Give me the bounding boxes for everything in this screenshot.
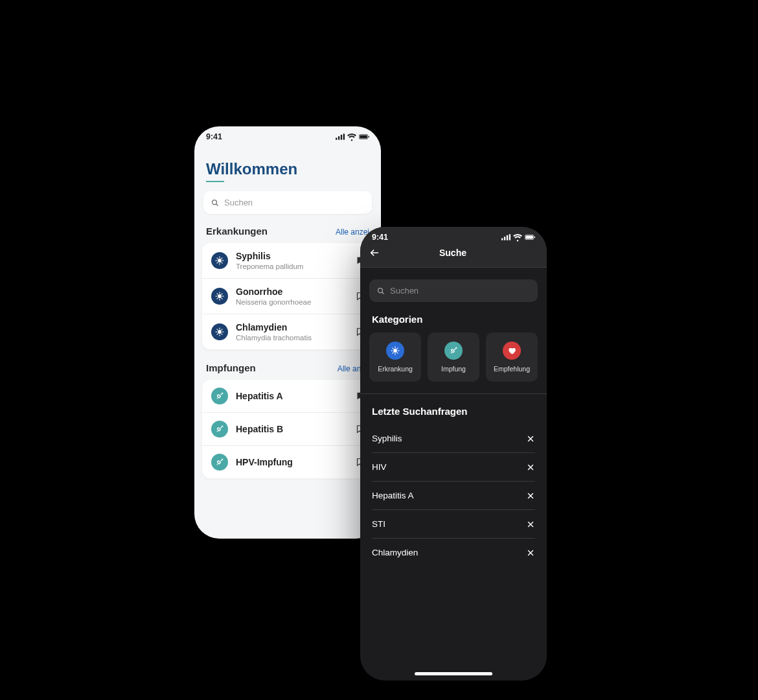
remove-button[interactable] [526,434,535,443]
battery-icon [359,132,369,142]
svg-line-39 [217,397,218,399]
status-time: 9:41 [206,132,222,141]
categories-label: Kategorien [372,314,535,325]
battery-icon [525,232,535,242]
item-texts: Hepatitis A [236,391,347,401]
category-card-vaccine[interactable]: Impfung [428,332,479,382]
list-item[interactable]: Gonorrhoe Neisseria gonorrhoeae [202,278,373,314]
svg-line-14 [217,258,218,259]
item-title: HPV-Impfung [236,457,347,467]
list-item[interactable]: Syphilis Treponema pallidum [202,243,373,278]
wifi-icon [347,132,356,141]
item-subtitle: Treponema pallidum [236,262,347,270]
svg-line-66 [397,348,398,349]
remove-button[interactable] [526,491,535,500]
search-input-container[interactable] [369,279,538,302]
search-input[interactable] [390,286,530,296]
item-title: Hepatitis B [236,424,347,434]
svg-line-37 [220,393,222,395]
home-indicator[interactable] [415,672,492,675]
svg-line-68 [454,348,456,350]
search-icon [211,199,219,207]
remove-button[interactable] [526,548,535,557]
item-texts: Gonorrhoe Neisseria gonorrhoeae [236,286,347,306]
signal-icon [336,132,345,141]
search-input-container[interactable] [203,191,372,214]
list-item[interactable]: Hepatitis A [202,380,373,412]
svg-line-65 [393,353,394,354]
svg-line-33 [222,334,223,335]
status-bar: 9:41 [360,227,547,245]
status-icons [336,132,369,142]
svg-rect-54 [534,237,535,239]
title-underline [206,181,224,182]
svg-line-15 [222,262,223,264]
item-subtitle: Neisseria gonorrhoeae [236,298,347,306]
svg-line-63 [393,348,394,349]
svg-rect-1 [338,136,339,139]
section-header-diseases: Erkankungen Alle anzei [206,226,369,237]
category-label: Impfung [441,365,466,373]
list-item[interactable]: Hepatitis B [202,412,373,445]
svg-line-47 [217,463,218,465]
svg-line-34 [217,334,218,335]
svg-rect-2 [341,135,342,140]
svg-rect-5 [360,135,367,138]
list-item[interactable]: HPV-Impfung [202,445,373,478]
show-all-link[interactable]: Alle anzei [336,228,369,237]
svg-point-27 [218,330,222,334]
close-icon [526,463,535,472]
search-input[interactable] [224,198,364,207]
svg-line-43 [217,430,218,432]
list-item[interactable]: Chlamydien Chlamydia trachomatis [202,314,373,349]
item-title: Gonorrhoe [236,286,347,297]
remove-button[interactable] [526,463,535,472]
category-card-disease[interactable]: Erkrankung [369,332,421,382]
item-texts: Chlamydien Chlamydia trachomatis [236,322,347,342]
recent-item[interactable]: HIV [372,453,535,482]
close-icon [526,548,535,557]
item-texts: Syphilis Treponema pallidum [236,251,347,270]
svg-rect-53 [525,235,533,239]
svg-point-9 [218,259,222,262]
svg-line-24 [222,298,223,299]
section-header-vaccines: Impfungen Alle anze [206,362,369,373]
section-label: Impfungen [206,362,256,373]
svg-point-7 [212,200,217,204]
svg-point-18 [218,294,222,298]
close-icon [526,434,535,443]
svg-line-45 [220,460,222,461]
section-label: Erkankungen [206,226,268,237]
svg-line-41 [220,426,222,428]
recent-item[interactable]: Hepatitis A [372,482,535,510]
category-card-recommendation[interactable]: Empfehlung [486,332,538,382]
recent-term: STI [372,519,385,529]
page-title: Willkommen [206,160,369,178]
svg-line-70 [451,352,452,353]
recent-label: Letzte Suchanfragen [372,406,535,417]
recent-term: Syphilis [372,434,402,443]
item-title: Hepatitis A [236,391,347,401]
recent-term: Hepatitis A [372,491,414,500]
vaccine-icon [211,388,228,404]
recent-item[interactable]: Syphilis [372,425,535,453]
svg-line-16 [217,262,218,264]
svg-rect-6 [369,136,369,138]
recent-item[interactable]: Chlamydien [372,539,535,566]
close-icon [526,520,535,529]
phone-light: 9:41 Willkommen Erkankungen Alle anzei S… [194,126,381,539]
status-icons [501,232,535,242]
vaccine-list: Hepatitis A Hepatitis B HPV-Impfung [202,380,373,478]
vaccine-icon [211,454,228,471]
remove-button[interactable] [526,520,535,529]
category-label: Empfehlung [494,365,530,373]
recent-item[interactable]: STI [372,510,535,539]
disease-icon [211,323,228,340]
svg-line-64 [397,353,398,354]
nav-title: Suche [368,248,538,258]
close-icon [526,491,535,500]
status-bar: 9:41 [194,126,381,145]
disease-icon [211,288,228,305]
svg-line-17 [222,258,223,259]
svg-line-8 [216,204,218,205]
